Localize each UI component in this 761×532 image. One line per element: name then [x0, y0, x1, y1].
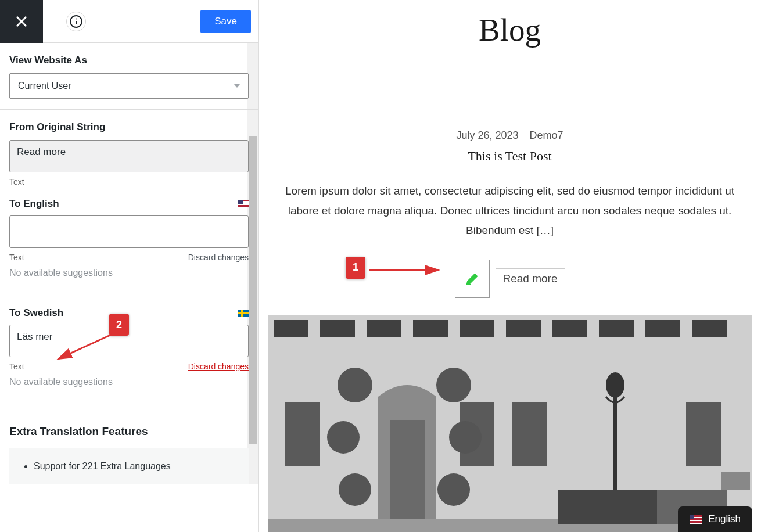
language-switcher-label: English — [708, 513, 741, 525]
text-hint-sv: Text — [9, 362, 24, 371]
extra-feature-item: Support for 221 Extra Languages — [34, 459, 238, 474]
post-meta: July 26, 2023 Demo7 — [264, 130, 755, 142]
post-featured-image — [268, 315, 752, 532]
post-author: Demo7 — [530, 130, 563, 141]
svg-point-29 — [437, 473, 470, 506]
svg-rect-17 — [645, 320, 680, 337]
info-icon — [69, 15, 83, 28]
from-original-label: From Original String — [9, 121, 249, 133]
svg-point-25 — [327, 421, 360, 454]
svg-point-31 — [606, 372, 624, 398]
svg-rect-15 — [552, 320, 587, 337]
annotation-1-badge: 1 — [346, 257, 365, 279]
blog-title: Blog — [264, 12, 755, 48]
text-hint: Text — [9, 177, 24, 186]
svg-point-27 — [436, 368, 471, 402]
sidebar-panel: View Website As Current User From Origin… — [0, 43, 258, 532]
to-english-label: To English — [9, 198, 59, 210]
translation-sidebar: Save View Website As Current User — [0, 0, 259, 532]
chevron-down-icon — [234, 84, 240, 88]
annotation-1-arrow — [369, 264, 444, 276]
info-button[interactable] — [66, 12, 86, 31]
svg-rect-16 — [599, 320, 634, 337]
save-button[interactable]: Save — [200, 10, 251, 33]
to-swedish-label: To Swedish — [9, 307, 63, 319]
no-suggestions-en: No available suggestions — [9, 268, 249, 278]
post-date: July 26, 2023 — [456, 130, 518, 141]
svg-rect-21 — [512, 402, 547, 466]
post-title[interactable]: This is Test Post — [264, 149, 755, 164]
edit-translation-button[interactable] — [455, 260, 490, 298]
svg-point-24 — [338, 368, 372, 402]
discard-english[interactable]: Discard changes — [188, 253, 249, 262]
view-as-label: View Website As — [9, 55, 249, 66]
se-flag-icon — [238, 310, 249, 317]
us-flag-icon — [690, 515, 702, 524]
svg-rect-9 — [274, 320, 308, 337]
svg-point-4 — [76, 18, 77, 19]
svg-rect-18 — [692, 320, 727, 337]
svg-rect-22 — [686, 402, 721, 466]
page-preview: Blog July 26, 2023 Demo7 This is Test Po… — [259, 0, 761, 532]
to-english-field[interactable] — [9, 215, 249, 248]
annotation-2-arrow — [53, 331, 123, 366]
close-icon — [13, 13, 30, 30]
view-as-value: Current User — [18, 81, 71, 91]
close-button[interactable] — [0, 0, 43, 43]
extra-features-box: Support for 221 Extra Languages — [9, 448, 249, 484]
readmore-row: 1 Read more — [264, 260, 755, 298]
svg-rect-12 — [413, 320, 448, 337]
svg-rect-13 — [460, 320, 494, 337]
to-swedish-field[interactable] — [9, 325, 249, 357]
svg-rect-23 — [390, 420, 425, 532]
view-as-select[interactable]: Current User — [9, 73, 249, 99]
pencil-icon — [465, 271, 480, 286]
svg-rect-14 — [506, 320, 541, 337]
svg-point-26 — [339, 473, 371, 506]
svg-rect-11 — [367, 320, 401, 337]
extra-features-title: Extra Translation Features — [9, 425, 249, 438]
language-switcher[interactable]: English — [678, 506, 752, 532]
svg-rect-35 — [721, 472, 750, 490]
from-original-field — [9, 140, 249, 172]
topbar: Save — [0, 0, 258, 43]
svg-point-28 — [449, 421, 482, 454]
svg-line-5 — [58, 335, 112, 359]
svg-rect-19 — [285, 402, 320, 466]
post-excerpt: Lorem ipsum dolor sit amet, consectetur … — [272, 181, 748, 241]
text-hint-en: Text — [9, 253, 24, 262]
svg-rect-10 — [320, 320, 355, 337]
no-suggestions-sv: No available suggestions — [9, 377, 249, 387]
read-more-button[interactable]: Read more — [496, 268, 565, 289]
us-flag-icon — [238, 200, 249, 207]
discard-swedish[interactable]: Discard changes — [188, 362, 249, 371]
annotation-1: 1 — [346, 257, 365, 279]
